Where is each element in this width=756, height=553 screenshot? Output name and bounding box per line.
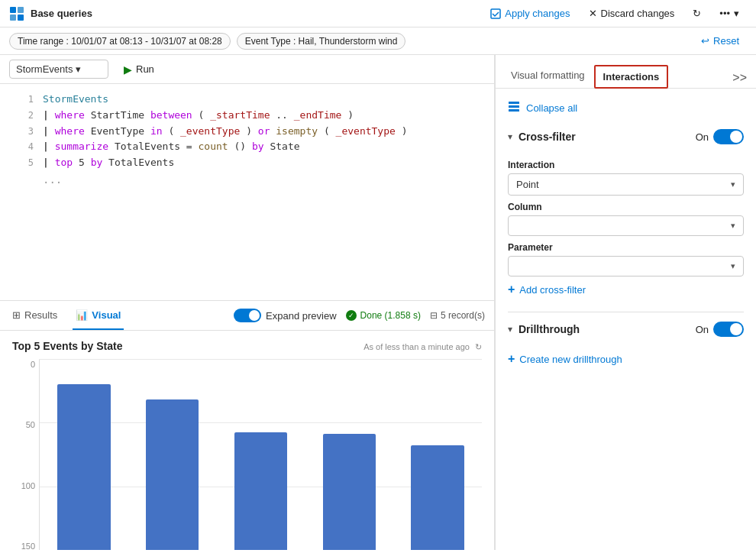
- drillthrough-header-left: ▾ Drillthrough: [508, 323, 580, 335]
- drillthrough-header[interactable]: ▾ Drillthrough On: [496, 315, 756, 343]
- code-ellipsis: ···: [12, 171, 482, 194]
- plus-icon: +: [508, 352, 515, 366]
- refresh-icon[interactable]: ↻: [475, 342, 482, 351]
- svg-rect-7: [509, 109, 519, 112]
- code-editor[interactable]: 1 StormEvents 2 | where StartTime betwee…: [0, 84, 494, 300]
- top-bar: Base queries Apply changes ✕ Discard cha…: [0, 0, 756, 27]
- tab-right: Expand preview ✓ Done (1.858 s) ⊟ 5 reco…: [234, 309, 485, 322]
- bar-arkansas-rect[interactable]: [411, 445, 464, 550]
- svg-rect-6: [509, 105, 519, 108]
- filter-bar-right: ↩ Reset: [693, 32, 747, 50]
- add-cross-filter-button[interactable]: + Add cross-filter: [508, 276, 744, 299]
- parameter-label: Parameter: [508, 242, 744, 253]
- time-range-filter[interactable]: Time range : 10/01/07 at 08:13 - 10/31/0…: [9, 33, 231, 50]
- tab-visual-formatting[interactable]: Visual formatting: [502, 63, 594, 89]
- tab-interactions[interactable]: Interactions: [594, 65, 669, 89]
- x-icon: ✕: [589, 8, 597, 19]
- chevron-down-icon: ▾: [508, 324, 512, 335]
- select-chevron-icon: ▾: [731, 179, 735, 189]
- code-line-4: 4 | summarize TotalEvents = count () by …: [12, 139, 482, 155]
- app-title: Base queries: [31, 8, 92, 19]
- chevron-down-icon: ▾: [76, 63, 81, 75]
- bar-oklahoma-rect[interactable]: [57, 384, 110, 550]
- ellipsis-icon: •••: [719, 8, 730, 19]
- interaction-label: Interaction: [508, 160, 744, 170]
- y-label-50: 50: [12, 420, 35, 429]
- app-icon: [9, 6, 24, 21]
- cross-filter-toggle[interactable]: [713, 129, 744, 144]
- drillthrough-section: ▾ Drillthrough On + Create new drillthro…: [496, 312, 756, 381]
- chart-title: Top 5 Events by State: [12, 340, 122, 352]
- collapse-icon: [508, 101, 520, 115]
- tab-bar: ⊞ Results 📊 Visual Expand preview ✓ Done…: [0, 300, 494, 331]
- apply-changes-button[interactable]: Apply changes: [483, 5, 577, 22]
- run-icon: ▶: [124, 63, 132, 76]
- drillthrough-header-right: On: [696, 322, 744, 337]
- collapse-all-icon: [508, 101, 520, 113]
- panel-content: Collapse all ▾ Cross-filter On Interacti…: [496, 89, 756, 550]
- cross-filter-body: Interaction Point ▾ Column ▾ Parameter ▾: [496, 150, 756, 309]
- status-dot: ✓: [346, 310, 357, 321]
- top-bar-right: Apply changes ✕ Discard changes ↻ ••• ▾: [483, 5, 747, 22]
- parameter-select[interactable]: ▾: [508, 256, 744, 276]
- bar-kansas-rect[interactable]: [323, 434, 376, 550]
- run-button[interactable]: ▶ Run: [115, 60, 163, 79]
- column-label: Column: [508, 202, 744, 212]
- reset-button[interactable]: ↩ Reset: [693, 32, 747, 50]
- table-icon: ⊞: [12, 309, 21, 321]
- table-rows-icon: ⊟: [430, 310, 438, 321]
- cross-filter-header[interactable]: ▾ Cross-filter On: [496, 123, 756, 150]
- top-bar-left: Base queries: [9, 6, 483, 21]
- expand-preview-toggle[interactable]: Expand preview: [234, 309, 337, 322]
- chart-area: Top 5 Events by State As of less than a …: [0, 331, 494, 550]
- cross-filter-header-left: ▾ Cross-filter: [508, 131, 576, 143]
- refresh-button[interactable]: ↻: [685, 5, 709, 22]
- y-label-0: 0: [12, 360, 35, 369]
- svg-rect-4: [491, 9, 500, 18]
- more-button[interactable]: ••• ▾: [712, 5, 747, 22]
- drillthrough-toggle[interactable]: [713, 322, 744, 337]
- y-label-150: 150: [12, 542, 35, 550]
- chart-icon: 📊: [76, 309, 88, 321]
- reset-icon: ↩: [701, 35, 709, 47]
- create-drillthrough-button[interactable]: + Create new drillthrough: [508, 346, 744, 369]
- bar-michigan: [128, 360, 217, 550]
- panel-more-button[interactable]: >>: [729, 68, 750, 88]
- y-label-100: 100: [12, 481, 35, 490]
- main-layout: StormEvents ▾ ▶ Run 1 StormEvents 2 | wh…: [0, 55, 756, 550]
- bar-michigan-rect[interactable]: [146, 399, 199, 550]
- bar-missouri-rect[interactable]: [234, 432, 287, 550]
- collapse-all-button[interactable]: Collapse all: [496, 96, 756, 120]
- bar-kansas: [305, 360, 393, 550]
- drillthrough-body: + Create new drillthrough: [496, 343, 756, 378]
- plus-icon: +: [508, 283, 515, 296]
- event-type-filter[interactable]: Event Type : Hail, Thunderstorm wind: [237, 33, 406, 50]
- discard-changes-button[interactable]: ✕ Discard changes: [581, 5, 683, 22]
- svg-rect-0: [10, 7, 16, 13]
- interaction-select[interactable]: Point ▾: [508, 173, 744, 196]
- tab-results[interactable]: ⊞ Results: [9, 301, 60, 330]
- refresh-icon: ↻: [693, 8, 701, 19]
- bar-missouri: [217, 360, 305, 550]
- query-bar: StormEvents ▾ ▶ Run: [0, 55, 494, 84]
- select-chevron-icon: ▾: [731, 221, 735, 231]
- status-badge: ✓ Done (1.858 s): [346, 310, 421, 321]
- bar-arkansas: [393, 360, 482, 550]
- bar-oklahoma: [40, 360, 128, 550]
- right-panel: Visual formatting Interactions >> Collap…: [495, 55, 756, 550]
- expand-toggle-switch[interactable]: [234, 309, 261, 322]
- chart-timestamp: As of less than a minute ago ↻: [363, 342, 482, 352]
- chevron-down-icon: ▾: [508, 131, 512, 142]
- chevron-down-icon: ▾: [734, 8, 739, 19]
- code-line-5: 5 | top 5 by TotalEvents: [12, 155, 482, 171]
- svg-rect-3: [18, 15, 24, 21]
- filter-bar: Time range : 10/01/07 at 08:13 - 10/31/0…: [0, 27, 756, 55]
- tab-visual[interactable]: 📊 Visual: [73, 301, 124, 330]
- cross-filter-section: ▾ Cross-filter On Interaction Point ▾ Co…: [496, 120, 756, 312]
- records-badge: ⊟ 5 record(s): [430, 310, 485, 321]
- database-name: StormEvents: [16, 63, 73, 75]
- svg-rect-2: [10, 15, 16, 21]
- chart-container: 150 100 50 0: [12, 360, 482, 550]
- column-select[interactable]: ▾: [508, 215, 744, 236]
- database-selector[interactable]: StormEvents ▾: [9, 60, 108, 79]
